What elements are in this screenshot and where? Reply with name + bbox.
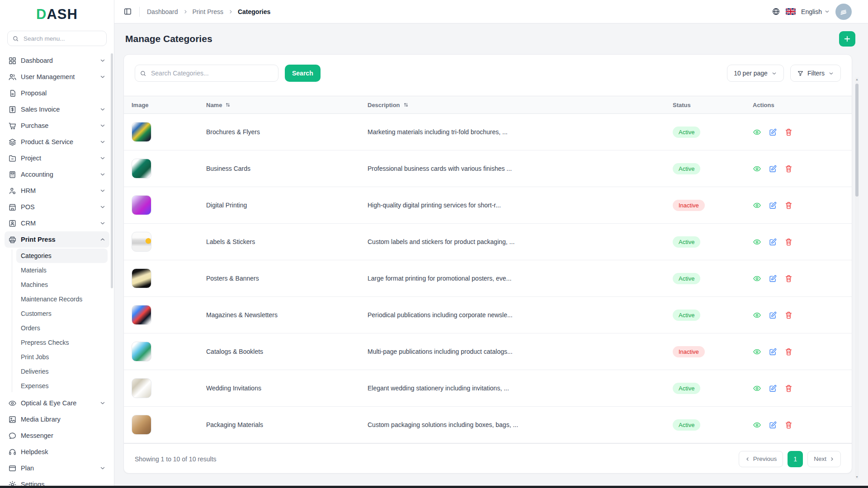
category-thumbnail[interactable] <box>132 159 151 178</box>
breadcrumb-dashboard[interactable]: Dashboard <box>147 8 178 15</box>
edit-pencil-icon <box>769 274 777 283</box>
table-row: Packaging Materials Custom packaging sol… <box>124 407 852 443</box>
view-button[interactable] <box>753 420 763 430</box>
sidebar-item-plan[interactable]: Plan <box>5 460 109 476</box>
edit-button[interactable] <box>769 237 778 247</box>
view-button[interactable] <box>753 273 763 283</box>
scroll-down-arrow[interactable]: ▼ <box>855 475 859 479</box>
scrollbar-thumb[interactable] <box>855 84 859 197</box>
delete-button[interactable] <box>784 420 794 430</box>
delete-button[interactable] <box>784 237 794 247</box>
sort-icon[interactable] <box>403 102 409 108</box>
category-thumbnail[interactable] <box>132 305 151 325</box>
view-button[interactable] <box>753 383 763 393</box>
categories-search-input[interactable] <box>150 69 274 77</box>
edit-button[interactable] <box>769 200 778 210</box>
sidebar-subitem-print-jobs[interactable]: Print Jobs <box>16 350 108 364</box>
sidebar-subitem-materials[interactable]: Materials <box>16 263 108 277</box>
sidebar-toggle-icon[interactable] <box>123 7 132 16</box>
sidebar-subitem-deliveries[interactable]: Deliveries <box>16 364 108 379</box>
view-button[interactable] <box>753 164 763 174</box>
globe-icon[interactable] <box>772 7 780 16</box>
view-button[interactable] <box>753 237 763 247</box>
view-button[interactable] <box>753 127 763 137</box>
sidebar-item-hrm[interactable]: HRM <box>5 183 109 199</box>
layers-icon <box>8 138 17 146</box>
category-thumbnail[interactable] <box>132 415 151 435</box>
per-page-select[interactable]: 10 per page <box>727 65 784 82</box>
sidebar-subitem-machines[interactable]: Machines <box>16 277 108 292</box>
sidebar-item-user-management[interactable]: User Management <box>5 69 109 85</box>
sidebar-subitem-categories[interactable]: Categories <box>16 249 108 263</box>
delete-button[interactable] <box>784 200 794 210</box>
category-description: Periodical publications including corpor… <box>360 311 665 319</box>
category-thumbnail[interactable] <box>132 195 151 215</box>
sidebar-item-dashboard[interactable]: Dashboard <box>5 52 109 69</box>
edit-button[interactable] <box>769 420 778 430</box>
delete-button[interactable] <box>784 127 794 137</box>
category-thumbnail[interactable] <box>132 232 151 252</box>
category-thumbnail[interactable] <box>132 122 151 142</box>
window-bottom-edge <box>0 486 868 488</box>
sidebar-scrollbar[interactable] <box>111 53 113 288</box>
sidebar-item-pos[interactable]: POS <box>5 199 109 215</box>
edit-button[interactable] <box>769 273 778 283</box>
sidebar-item-product-and-service[interactable]: Product & Service <box>5 134 109 150</box>
delete-button[interactable] <box>784 310 794 320</box>
sidebar-item-project[interactable]: Project <box>5 150 109 166</box>
sidebar-item-optical-and-eye-care[interactable]: Optical & Eye Care <box>5 395 109 411</box>
menu-search-input[interactable] <box>23 35 102 42</box>
language-selector[interactable]: English <box>801 8 830 15</box>
breadcrumb-print-press[interactable]: Print Press <box>193 8 223 15</box>
sidebar-subitem-prepress-checks[interactable]: Prepress Checks <box>16 335 108 350</box>
sidebar-item-sales-invoice[interactable]: Sales Invoice <box>5 101 109 117</box>
sidebar-item-purchase[interactable]: Purchase <box>5 117 109 134</box>
category-thumbnail[interactable] <box>132 268 151 288</box>
sidebar-subitem-maintenance-records[interactable]: Maintenance Records <box>16 292 108 306</box>
add-category-button[interactable] <box>839 31 855 47</box>
edit-button[interactable] <box>769 347 778 357</box>
delete-button[interactable] <box>784 164 794 174</box>
next-page-button[interactable]: Next <box>807 451 841 467</box>
sidebar-item-helpdesk[interactable]: Helpdesk <box>5 444 109 460</box>
funnel-icon <box>797 70 804 77</box>
sidebar-subitem-expenses[interactable]: Expenses <box>16 379 108 393</box>
sidebar-item-print-press[interactable]: Print Press <box>5 231 109 248</box>
scroll-up-arrow[interactable]: ▲ <box>855 77 859 82</box>
user-avatar[interactable] <box>835 4 852 20</box>
previous-page-button[interactable]: Previous <box>739 451 783 467</box>
table-row: Wedding Invitations Elegant wedding stat… <box>124 370 852 407</box>
sidebar-subitem-orders[interactable]: Orders <box>16 321 108 335</box>
table-scrollbar[interactable]: ▲ ▼ <box>855 77 859 479</box>
page-1-button[interactable]: 1 <box>788 451 803 467</box>
delete-button[interactable] <box>784 273 794 283</box>
view-eye-icon <box>753 128 761 136</box>
category-name: Packaging Materials <box>198 421 360 428</box>
view-button[interactable] <box>753 200 763 210</box>
edit-button[interactable] <box>769 127 778 137</box>
sidebar-item-media-library[interactable]: Media Library <box>5 411 109 427</box>
sidebar-item-accounting[interactable]: Accounting <box>5 166 109 183</box>
sort-icon[interactable] <box>225 102 231 108</box>
sidebar-item-proposal[interactable]: Proposal <box>5 85 109 101</box>
view-button[interactable] <box>753 310 763 320</box>
category-thumbnail[interactable] <box>132 378 151 398</box>
sidebar-item-messenger[interactable]: Messenger <box>5 427 109 444</box>
search-button[interactable]: Search <box>285 65 321 82</box>
filters-button[interactable]: Filters <box>790 65 841 82</box>
view-button[interactable] <box>753 347 763 357</box>
menu-search <box>7 31 107 46</box>
sidebar-subitem-customers[interactable]: Customers <box>16 306 108 321</box>
edit-button[interactable] <box>769 164 778 174</box>
sidebar-item-crm[interactable]: CRM <box>5 215 109 231</box>
category-thumbnail[interactable] <box>132 342 151 361</box>
view-eye-icon <box>753 238 761 246</box>
app-logo[interactable]: DASH <box>0 0 114 29</box>
delete-trash-icon <box>784 311 793 319</box>
delete-button[interactable] <box>784 383 794 393</box>
edit-button[interactable] <box>769 383 778 393</box>
category-description: Large format printing for promotional po… <box>360 275 665 282</box>
edit-button[interactable] <box>769 310 778 320</box>
delete-button[interactable] <box>784 347 794 357</box>
chevron-right-icon <box>228 9 233 14</box>
